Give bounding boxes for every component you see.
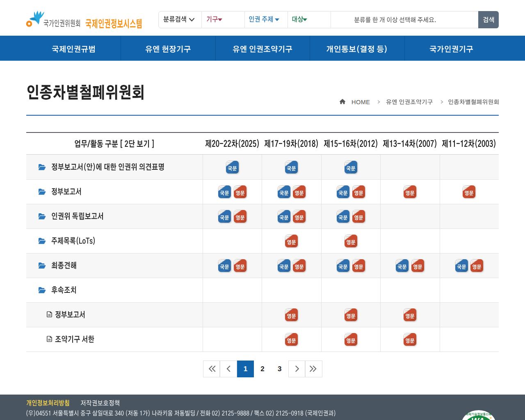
svg-text:WA: WA — [471, 416, 484, 420]
